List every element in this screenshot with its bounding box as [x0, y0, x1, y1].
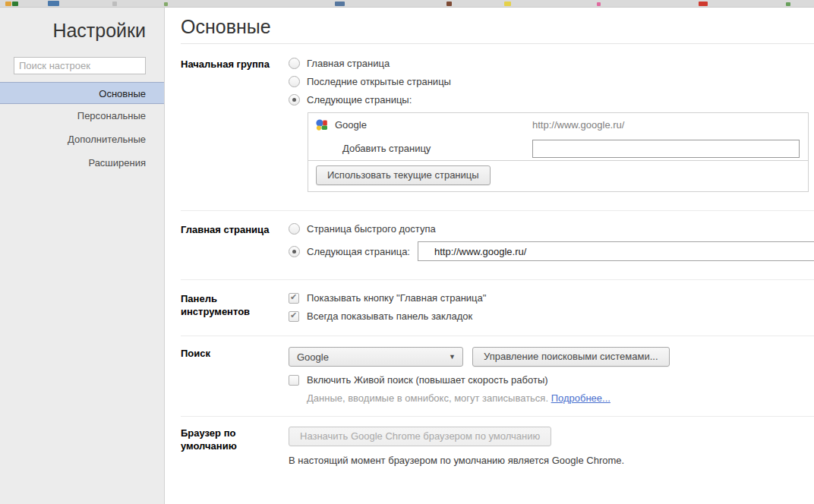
startup-page-title: Google	[335, 119, 367, 131]
section-toolbar: Панель инструментов Показывать кнопку "Г…	[181, 279, 814, 335]
search-engine-selected: Google	[297, 351, 329, 363]
sidebar-item-basics[interactable]: Основные	[0, 82, 164, 104]
radio-option-startup-last[interactable]: Последние открытые страницы	[289, 76, 814, 87]
homepage-url-input[interactable]	[418, 241, 814, 261]
add-page-input[interactable]	[532, 140, 800, 158]
checkbox-show-bookmarks-bar[interactable]: Всегда показывать панель закладок	[289, 310, 814, 322]
startup-page-row: Google http://www.google.ru/	[308, 113, 808, 137]
checkbox-icon[interactable]	[289, 293, 299, 304]
radio-icon[interactable]	[289, 76, 300, 87]
checkbox-label: Включить Живой поиск (повышает скорость …	[307, 374, 548, 386]
favicon-fragment[interactable]	[335, 2, 345, 6]
radio-label: Следующая страница:	[307, 246, 410, 257]
favicon-fragment[interactable]	[112, 2, 117, 6]
default-browser-status: В настоящий момент браузером по умолчани…	[289, 455, 814, 466]
checkbox-icon[interactable]	[289, 311, 299, 322]
make-default-browser-button[interactable]: Назначить Google Chrome браузером по умо…	[289, 427, 551, 446]
section-default-browser-label: Браузер по умолчанию	[181, 427, 289, 466]
chrome-settings-page: Настройки Основные Персональные Дополнит…	[0, 0, 814, 504]
favicon-fragment[interactable]	[446, 2, 452, 6]
add-page-row: Добавить страницу	[308, 137, 808, 160]
favicon-fragment[interactable]	[48, 1, 59, 6]
radio-icon[interactable]	[289, 94, 300, 106]
section-search: Поиск Google ▼ Управление поисковыми сис…	[181, 335, 814, 416]
settings-main: Основные Начальная группа Главная страни…	[166, 8, 814, 504]
radio-label: Следующие страницы:	[307, 94, 412, 106]
radio-option-startup-pages[interactable]: Следующие страницы:	[289, 94, 814, 106]
radio-label: Страница быстрого доступа	[307, 223, 436, 235]
favicon-fragment[interactable]	[164, 2, 168, 6]
use-current-pages-button[interactable]: Использовать текущие страницы	[316, 165, 491, 185]
section-search-label: Поиск	[181, 347, 289, 404]
checkbox-show-home-button[interactable]: Показывать кнопку "Главная страница"	[289, 292, 814, 304]
radio-label: Последние открытые страницы	[307, 76, 451, 87]
add-page-label: Добавить страницу	[316, 143, 431, 154]
section-toolbar-label: Панель инструментов	[181, 292, 289, 322]
favicon-fragment[interactable]	[12, 2, 18, 6]
radio-icon[interactable]	[289, 246, 300, 257]
settings-search-input[interactable]	[14, 57, 146, 74]
radio-option-startup-home[interactable]: Главная страница	[289, 58, 814, 69]
favicon-fragment[interactable]	[504, 2, 511, 6]
manage-search-engines-button[interactable]: Управление поисковыми системами...	[472, 347, 670, 367]
search-engine-select[interactable]: Google ▼	[289, 347, 463, 367]
radio-label: Главная страница	[307, 58, 390, 69]
section-startup-label: Начальная группа	[181, 58, 289, 192]
section-homepage-label: Главная страница	[181, 223, 289, 261]
instant-search-note: Данные, вводимые в омнибокс, могут запис…	[307, 392, 814, 404]
sidebar-item-personal[interactable]: Персональные	[0, 104, 164, 128]
checkbox-label: Всегда показывать панель закладок	[307, 310, 472, 322]
sidebar-title: Настройки	[0, 8, 164, 42]
checkbox-instant-search[interactable]: Включить Живой поиск (повышает скорость …	[289, 374, 814, 386]
radio-option-homepage-ntp[interactable]: Страница быстрого доступа	[289, 223, 814, 235]
favicon-fragment[interactable]	[5, 2, 11, 6]
favicon-fragment[interactable]	[786, 2, 790, 6]
page-title: Основные	[181, 16, 814, 37]
favicon-fragment[interactable]	[699, 2, 708, 6]
section-startup: Начальная группа Главная страница Послед…	[181, 44, 814, 210]
google-favicon-icon	[316, 119, 328, 131]
bookmarks-strip	[0, 0, 814, 8]
radio-icon[interactable]	[289, 223, 300, 235]
sidebar-item-extensions[interactable]: Расширения	[0, 151, 164, 175]
section-default-browser: Браузер по умолчанию Назначить Google Ch…	[181, 416, 814, 481]
section-homepage: Главная страница Страница быстрого досту…	[181, 210, 814, 279]
checkbox-label: Показывать кнопку "Главная страница"	[307, 292, 486, 304]
chevron-down-icon: ▼	[449, 353, 456, 361]
sidebar-nav: Основные Персональные Дополнительные Рас…	[0, 82, 164, 175]
learn-more-link[interactable]: Подробнее...	[551, 392, 610, 404]
startup-pages-box: Google http://www.google.ru/ Добавить ст…	[308, 112, 809, 192]
sidebar-item-advanced[interactable]: Дополнительные	[0, 128, 164, 151]
radio-icon[interactable]	[289, 58, 300, 69]
radio-option-homepage-url[interactable]: Следующая страница:	[289, 241, 814, 261]
instant-note-text: Данные, вводимые в омнибокс, могут запис…	[307, 392, 548, 404]
checkbox-icon[interactable]	[289, 375, 299, 386]
settings-sidebar: Настройки Основные Персональные Дополнит…	[0, 8, 165, 504]
startup-page-url: http://www.google.ru/	[532, 119, 624, 131]
favicon-fragment[interactable]	[597, 2, 601, 6]
